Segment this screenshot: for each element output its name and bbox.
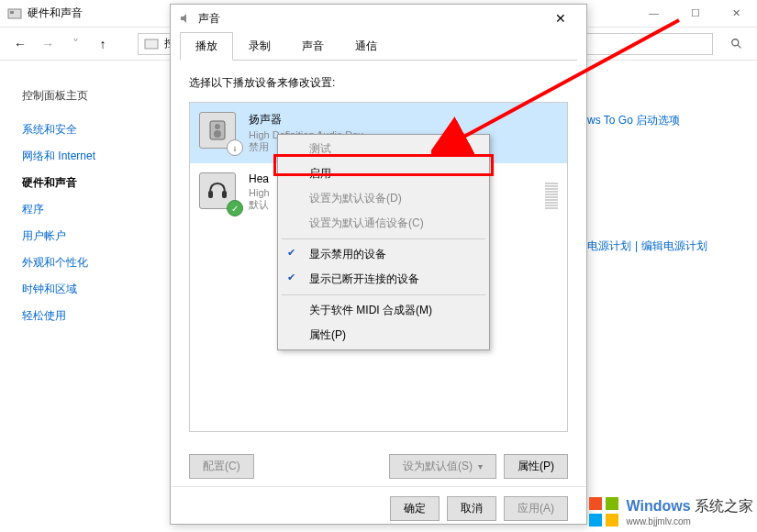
sidebar-heading[interactable]: 控制面板主页 [22,83,156,109]
watermark-text: Windows 系统之家 www.bjjmlv.com [626,497,753,526]
content-row-power: 电源计划|编辑电源计划 [587,238,707,254]
menu-show-disabled[interactable]: ✔显示禁用的设备 [280,242,487,267]
set-default-button[interactable]: 设为默认值(S) [389,454,496,479]
svg-rect-1 [10,11,14,14]
check-icon: ✔ [287,272,295,283]
back-button[interactable]: ← [9,33,31,55]
menu-enable[interactable]: 启用 [280,161,487,186]
link-wstogo[interactable]: ws To Go 启动选项 [587,110,680,131]
check-icon: ✔ [287,247,295,259]
tab-communications[interactable]: 通信 [340,32,393,61]
disabled-badge-icon: ↓ [227,139,243,156]
instruction-text: 选择以下播放设备来修改设置: [189,75,568,91]
watermark: Windows 系统之家 www.bjjmlv.com [587,495,753,528]
default-badge-icon: ✓ [227,200,243,216]
tab-recording[interactable]: 录制 [233,32,286,61]
apply-button[interactable]: 应用(A) [504,496,568,521]
maximize-button[interactable]: ☐ [674,0,716,26]
svg-rect-14 [589,514,602,526]
tabs: 播放 录制 声音 通信 [171,32,586,61]
sidebar-item-clock[interactable]: 时钟和区域 [22,276,156,303]
sidebar-item-ease[interactable]: 轻松使用 [22,303,156,329]
context-menu: 测试 启用 设置为默认设备(D) 设置为默认通信设备(C) ✔显示禁用的设备 ✔… [277,134,490,350]
svg-point-3 [732,39,739,45]
tab-playback[interactable]: 播放 [180,32,233,61]
content-link-partial: ws To Go 启动选项 [587,110,680,131]
sidebar-item-appearance[interactable]: 外观和个性化 [22,249,156,276]
explorer-title: 硬件和声音 [28,6,83,21]
menu-separator [282,238,485,239]
menu-properties[interactable]: 属性(P) [280,323,487,348]
menu-about-midi[interactable]: 关于软件 MIDI 合成器(M) [280,298,487,323]
menu-set-default[interactable]: 设置为默认设备(D) [280,186,487,211]
link-plan[interactable]: 电源计划 [587,239,631,252]
sound-icon [178,11,193,26]
up-button[interactable]: ˅ [64,33,86,55]
menu-test[interactable]: 测试 [280,137,487,161]
svg-rect-2 [145,39,158,49]
device-buttons: 配置(C) 设为默认值(S) 属性(P) [171,447,586,486]
sidebar-item-hardware[interactable]: 硬件和声音 [22,170,156,196]
svg-rect-15 [606,514,618,526]
dialog-title: 声音 [198,11,542,27]
headphone-icon-wrap: ✓ [199,172,239,213]
sidebar-item-network[interactable]: 网络和 Internet [22,143,156,170]
svg-rect-13 [606,497,618,510]
minimize-button[interactable]: — [633,0,674,26]
sidebar-item-accounts[interactable]: 用户帐户 [22,223,156,249]
folder-icon [144,37,159,51]
svg-rect-9 [222,191,227,198]
link-edit-plan[interactable]: 编辑电源计划 [641,239,707,252]
search-button[interactable] [726,33,748,55]
device-name: 扬声器 [249,112,558,127]
dialog-titlebar: 声音 ✕ [171,5,586,32]
dialog-footer: 确定 取消 应用(A) [171,486,586,530]
ok-button[interactable]: 确定 [390,496,440,521]
svg-rect-12 [589,497,602,510]
watermark-url: www.bjjmlv.com [626,516,753,526]
windows-logo-icon [587,495,620,528]
dialog-close-button[interactable]: ✕ [542,6,579,31]
svg-rect-8 [208,191,213,198]
cancel-button[interactable]: 取消 [447,496,496,521]
sidebar: 控制面板主页 系统和安全 网络和 Internet 硬件和声音 程序 用户帐户 … [0,61,156,532]
svg-point-7 [214,130,221,138]
watermark-brand: Windows 系统之家 [626,497,753,516]
svg-point-6 [215,124,220,129]
menu-separator [282,294,485,295]
speaker-icon-wrap: ↓ [199,112,239,152]
up-folder-button[interactable]: ↑ [92,33,114,55]
forward-button[interactable]: → [37,33,59,55]
menu-set-default-comm[interactable]: 设置为默认通信设备(C) [280,211,487,236]
tab-sounds[interactable]: 声音 [286,32,340,61]
sidebar-item-system[interactable]: 系统和安全 [22,116,156,143]
properties-button[interactable]: 属性(P) [504,454,568,479]
level-meter [545,172,558,209]
control-panel-icon [7,6,22,21]
svg-line-4 [738,44,741,48]
menu-show-disconnected[interactable]: ✔显示已断开连接的设备 [280,267,487,292]
sidebar-item-programs[interactable]: 程序 [22,196,156,223]
close-button[interactable]: ✕ [716,0,757,26]
configure-button[interactable]: 配置(C) [189,454,254,479]
window-controls: — ☐ ✕ [633,0,757,26]
